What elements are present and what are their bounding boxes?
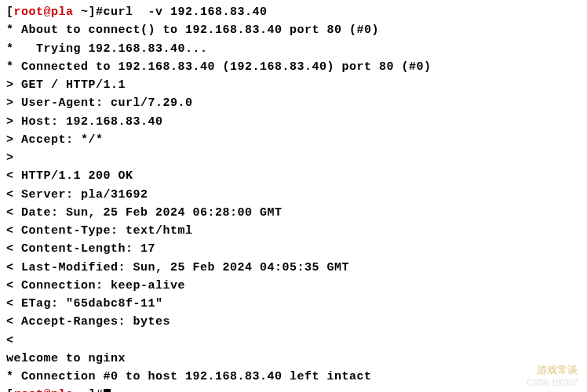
prompt-open-bracket: [ [6,388,14,392]
watermark-sub: CSDN 190707 [527,377,578,390]
output-line: < Last-Modified: Sun, 25 Feb 2024 04:05:… [6,259,581,277]
output-line: < Content-Type: text/html [6,222,581,240]
output-line: * About to connect() to 192.168.83.40 po… [6,21,581,39]
prompt-symbol: # [96,5,104,19]
output-line: * Trying 192.168.83.40... [6,40,581,58]
output-line: > Host: 192.168.83.40 [6,113,581,131]
output-line: > Accept: */* [6,131,581,149]
output-line: > GET / HTTP/1.1 [6,76,581,94]
output-line: < ETag: "65dabc8f-11" [6,295,581,313]
prompt-close-bracket: ] [89,5,97,19]
cursor-icon [104,389,111,392]
output-line: < Server: pla/31692 [6,186,581,204]
command-text: curl -v 192.168.83.40 [104,5,268,19]
output-line: * Connected to 192.168.83.40 (192.168.83… [6,58,581,76]
prompt-close-bracket: ] [89,388,97,392]
output-line: > User-Agent: curl/7.29.0 [6,94,581,112]
output-line: > [6,149,581,167]
output-line: welcome to nginx [6,350,581,368]
output-line: < Date: Sun, 25 Feb 2024 06:28:00 GMT [6,204,581,222]
terminal-output: [root@pla ~]#curl -v 192.168.83.40 * Abo… [6,3,581,392]
output-line: < Content-Length: 17 [6,240,581,258]
output-line: < Accept-Ranges: bytes [6,313,581,331]
prompt-user-host: root@pla [14,388,74,392]
output-line: < [6,332,581,350]
output-line: < HTTP/1.1 200 OK [6,167,581,185]
output-line: * Connection #0 to host 192.168.83.40 le… [6,368,581,386]
output-line: < Connection: keep-alive [6,277,581,295]
prompt-line-2[interactable]: [root@pla ~]# [6,386,581,392]
prompt-symbol: # [96,388,104,392]
watermark-main: 游戏常谈 [537,362,578,378]
prompt-line[interactable]: [root@pla ~]#curl -v 192.168.83.40 [6,3,581,21]
prompt-open-bracket: [ [6,5,14,19]
prompt-user-host: root@pla [14,5,74,19]
prompt-path: ~ [74,5,89,19]
prompt-path: ~ [74,388,89,392]
